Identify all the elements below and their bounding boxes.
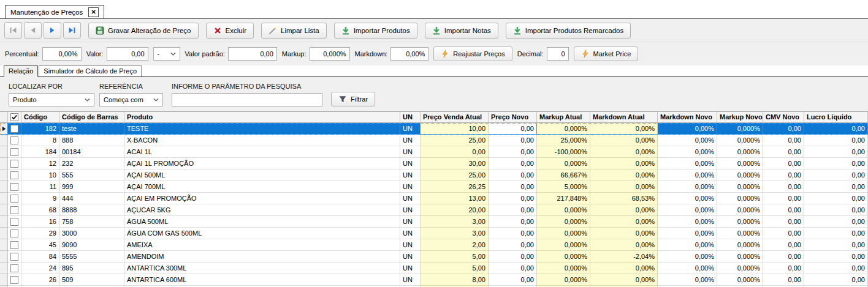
cell-un[interactable]: UN (400, 170, 421, 181)
column-header-lucro_liquido[interactable]: Lucro Líquido (804, 112, 868, 123)
cell-codigo_barras[interactable]: teste (59, 123, 124, 135)
cell-markdown_novo[interactable]: 0,00% (658, 146, 717, 158)
cell-preco_venda_atual[interactable]: 8,00 (421, 274, 489, 286)
table-row[interactable]: 11999AÇAI 700MLUN26,250,005,000%0,00%0,0… (0, 181, 868, 193)
column-header-produto[interactable]: Produto (124, 112, 400, 123)
cell-markup_atual[interactable]: 0,000% (537, 204, 590, 216)
cell-un[interactable]: UN (400, 204, 421, 216)
cell-produto[interactable]: ÁGUA 500ML (124, 216, 400, 228)
cell-lucro_liquido[interactable]: 0,00 (804, 123, 868, 135)
cell-markdown_atual[interactable]: 0,00% (590, 170, 658, 181)
tab-manutencao-de-precos[interactable]: Manutenção de Preços ✕ (5, 5, 104, 18)
table-row[interactable]: 26509ANTARTICA 600MLUN8,000,000,000%0,00… (0, 274, 868, 286)
cell-markdown_atual[interactable]: 0,00% (590, 263, 658, 274)
cell-preco_venda_atual[interactable]: 25,00 (421, 170, 489, 181)
cell-produto[interactable]: ANTARTICA 600ML (124, 274, 400, 286)
cell-markup_novo[interactable]: 0,000% (717, 228, 763, 239)
cell-codigo_barras[interactable]: 555 (59, 170, 124, 181)
cell-cmv_novo[interactable]: 0,00 (763, 228, 804, 239)
row-selector[interactable] (0, 123, 8, 135)
cell-codigo[interactable]: 68 (21, 204, 59, 216)
cell-codigo[interactable]: 12 (21, 158, 59, 170)
cell-produto[interactable]: AMENDOIM (124, 251, 400, 263)
cell-lucro_liquido[interactable]: 0,00 (804, 204, 868, 216)
cell-preco_venda_atual[interactable]: 2,00 (421, 239, 489, 251)
cell-codigo_barras[interactable]: 895 (59, 263, 124, 274)
cell-preco_novo[interactable]: 0,00 (489, 228, 537, 239)
limpar-lista-button[interactable]: Limpar Lista (261, 23, 327, 39)
cell-codigo_barras[interactable]: 999 (59, 181, 124, 193)
table-row[interactable]: 24895ANTARTICA 300MLUN5,000,000,000%0,00… (0, 263, 868, 274)
cell-codigo_barras[interactable]: 758 (59, 216, 124, 228)
tab-simulador-de-calculo-de-preco[interactable]: Simulador de Cálculo de Preço (39, 65, 142, 76)
cell-produto[interactable]: AÇAI 500ML (124, 170, 400, 181)
cell-codigo[interactable]: 9 (21, 193, 59, 204)
row-checkbox[interactable] (8, 135, 21, 146)
cell-markdown_novo[interactable]: 0,00% (658, 251, 717, 263)
cell-markup_novo[interactable]: 0,000% (717, 216, 763, 228)
cell-cmv_novo[interactable]: 0,00 (763, 193, 804, 204)
cell-codigo_barras[interactable]: 00184 (59, 146, 124, 158)
cell-cmv_novo[interactable]: 0,00 (763, 251, 804, 263)
cell-codigo_barras[interactable]: 8888 (59, 204, 124, 216)
cell-markdown_atual[interactable]: 68,53% (590, 193, 658, 204)
cell-codigo[interactable]: 29 (21, 228, 59, 239)
cell-markdown_novo[interactable]: 0,00% (658, 204, 717, 216)
importar-produtos-button[interactable]: Importar Produtos (334, 23, 417, 39)
row-checkbox[interactable] (8, 239, 21, 251)
row-selector[interactable] (0, 204, 8, 216)
cell-markdown_atual[interactable]: 0,00% (590, 204, 658, 216)
cell-produto[interactable]: AÇUCAR 5KG (124, 204, 400, 216)
cell-markdown_novo[interactable]: 0,00% (658, 216, 717, 228)
cell-lucro_liquido[interactable]: 0,00 (804, 251, 868, 263)
nav-next-button[interactable] (44, 22, 61, 39)
percentual-input[interactable] (42, 47, 82, 61)
column-header-markdown_novo[interactable]: Markdown Novo (658, 112, 717, 123)
row-selector[interactable] (0, 135, 8, 146)
table-row[interactable]: 293000ÁGUA COM GAS 500MLUN3,000,000,000%… (0, 228, 868, 239)
cell-markup_novo[interactable]: 0,000% (717, 146, 763, 158)
cell-markdown_atual[interactable]: 0,00% (590, 216, 658, 228)
cell-cmv_novo[interactable]: 0,00 (763, 204, 804, 216)
cell-codigo[interactable]: 8 (21, 135, 59, 146)
cell-un[interactable]: UN (400, 135, 421, 146)
excluir-button[interactable]: Excluir (206, 23, 254, 39)
cell-markdown_novo[interactable]: 0,00% (658, 228, 717, 239)
cell-markup_novo[interactable]: 0,000% (717, 181, 763, 193)
valor-padrao-input[interactable] (228, 47, 277, 61)
cell-preco_novo[interactable]: 0,00 (489, 216, 537, 228)
cell-codigo[interactable]: 26 (21, 274, 59, 286)
column-header-markup_atual[interactable]: Markup Atual (537, 112, 590, 123)
cell-markup_novo[interactable]: 0,000% (717, 193, 763, 204)
cell-markup_novo[interactable]: 0,000% (717, 251, 763, 263)
column-header-preco_venda_atual[interactable]: Preço Venda Atual (421, 112, 489, 123)
cell-preco_novo[interactable]: 0,00 (489, 263, 537, 274)
cell-lucro_liquido[interactable]: 0,00 (804, 263, 868, 274)
importar-produtos-remarcados-button[interactable]: Importar Produtos Remarcados (506, 23, 631, 39)
markup-input[interactable] (310, 47, 350, 61)
row-selector[interactable] (0, 193, 8, 204)
cell-cmv_novo[interactable]: 0,00 (763, 239, 804, 251)
cell-markup_atual[interactable]: 0,000% (537, 239, 590, 251)
cell-lucro_liquido[interactable]: 0,00 (804, 181, 868, 193)
cell-markdown_atual[interactable]: 0,00% (590, 274, 658, 286)
cell-markdown_novo[interactable]: 0,00% (658, 239, 717, 251)
cell-produto[interactable]: ANTARTICA 300ML (124, 263, 400, 274)
market-price-button[interactable]: Market Price (574, 47, 639, 61)
cell-preco_novo[interactable]: 0,00 (489, 181, 537, 193)
cell-lucro_liquido[interactable]: 0,00 (804, 135, 868, 146)
cell-produto[interactable]: AÇAI 700ML (124, 181, 400, 193)
cell-cmv_novo[interactable]: 0,00 (763, 146, 804, 158)
cell-markdown_novo[interactable]: 0,00% (658, 274, 717, 286)
cell-markup_novo[interactable]: 0,000% (717, 263, 763, 274)
row-selector[interactable] (0, 146, 8, 158)
nav-first-button[interactable] (4, 22, 22, 39)
cell-cmv_novo[interactable]: 0,00 (763, 170, 804, 181)
filtrar-button[interactable]: Filtrar (331, 92, 375, 106)
cell-markup_novo[interactable]: 0,000% (717, 204, 763, 216)
column-header-cmv_novo[interactable]: CMV Novo (763, 112, 804, 123)
cell-markdown_atual[interactable]: 0,00% (590, 181, 658, 193)
cell-markdown_novo[interactable]: 0,00% (658, 193, 717, 204)
cell-codigo_barras[interactable]: 509 (59, 274, 124, 286)
operator-select[interactable]: - (153, 47, 180, 61)
